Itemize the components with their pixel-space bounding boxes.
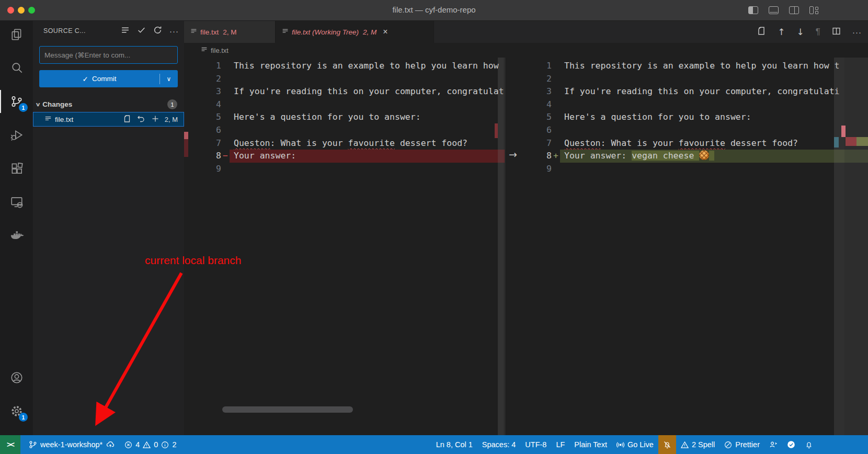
close-tab-icon[interactable]: × bbox=[383, 27, 387, 37]
toggle-secondary-sidebar-icon[interactable] bbox=[789, 6, 799, 14]
notifications-bell-icon[interactable] bbox=[800, 435, 818, 454]
code-line[interactable]: 7Queston: What is your favourite dessert… bbox=[505, 137, 868, 150]
diff-marker: + bbox=[552, 150, 560, 163]
docker-icon[interactable] bbox=[0, 222, 33, 249]
changes-section-header[interactable]: ∨ Changes 1 bbox=[33, 97, 184, 111]
warning-icon bbox=[681, 441, 689, 449]
more-actions-icon[interactable]: ··· bbox=[169, 27, 179, 36]
left-scrollbar[interactable] bbox=[498, 58, 504, 435]
settings-gear-icon[interactable]: 1 bbox=[0, 398, 33, 425]
line-number: 9 bbox=[505, 163, 552, 176]
feedback-icon[interactable] bbox=[764, 435, 782, 454]
bell-slash-icon bbox=[663, 440, 671, 449]
code-line[interactable]: 8+Your answer: vegan cheese bbox=[505, 150, 868, 163]
diff-marker: − bbox=[221, 150, 230, 163]
code-line[interactable]: 6 bbox=[505, 124, 868, 137]
remote-indicator[interactable]: >< bbox=[0, 435, 20, 454]
line-number: 2 bbox=[505, 73, 552, 86]
tab-file-txt[interactable]: file.txt 2, M bbox=[184, 21, 276, 43]
line-number: 7 bbox=[505, 137, 552, 150]
whitespace-toggle-icon[interactable]: ¶ bbox=[816, 27, 820, 37]
toggle-sidebar-icon[interactable] bbox=[748, 6, 758, 14]
prettier-item[interactable]: Prettier bbox=[719, 435, 764, 454]
indentation-item[interactable]: Spaces: 4 bbox=[477, 435, 521, 454]
commit-check-icon[interactable] bbox=[137, 26, 146, 36]
branch-status-item[interactable]: week-1-workshop* bbox=[20, 435, 120, 454]
diff-marker bbox=[221, 85, 230, 98]
right-scrollbar[interactable] bbox=[834, 58, 844, 435]
sidebar-title: SOURCE C... bbox=[43, 27, 86, 35]
code-line[interactable]: 9 bbox=[505, 163, 868, 176]
discard-changes-icon[interactable] bbox=[137, 115, 145, 124]
code-line[interactable]: 7Queston: What is your favourite dessert… bbox=[184, 137, 505, 150]
revert-change-arrow-icon[interactable]: → bbox=[509, 149, 517, 160]
source-control-badge: 1 bbox=[19, 103, 28, 112]
split-editor-icon[interactable] bbox=[832, 27, 841, 38]
code-line[interactable]: 1This repository is an example to help y… bbox=[505, 60, 868, 73]
compare-file-icon[interactable] bbox=[757, 26, 766, 38]
go-live-item[interactable]: Go Live bbox=[612, 435, 658, 454]
commit-dropdown-chevron[interactable]: ∨ bbox=[160, 75, 178, 83]
stage-changes-icon[interactable] bbox=[151, 115, 159, 124]
more-actions-icon[interactable]: ··· bbox=[852, 28, 862, 37]
encoding-item[interactable]: UTF-8 bbox=[520, 435, 551, 454]
code-line[interactable]: 2 bbox=[184, 73, 505, 86]
open-file-icon[interactable] bbox=[123, 115, 131, 124]
diff-marker bbox=[221, 73, 230, 86]
changed-file-row[interactable]: file.txt 2, M bbox=[33, 112, 184, 127]
refresh-icon[interactable] bbox=[153, 26, 162, 36]
changes-count-badge: 1 bbox=[167, 99, 177, 109]
diff-original-pane[interactable]: 1This repository is an example to help y… bbox=[184, 58, 505, 435]
horizontal-scrollbar[interactable] bbox=[222, 406, 353, 413]
code-line[interactable]: 6 bbox=[184, 124, 505, 137]
tab-file-txt-working-tree[interactable]: file.txt (Working Tree) 2, M × bbox=[276, 21, 434, 43]
extensions-icon[interactable] bbox=[0, 155, 33, 182]
code-line[interactable]: 5Here's a question for you to answer: bbox=[505, 111, 868, 124]
code-line[interactable]: 4 bbox=[505, 98, 868, 111]
previous-change-icon[interactable]: ↑ bbox=[778, 27, 785, 37]
eol-item[interactable]: LF bbox=[551, 435, 569, 454]
code-line[interactable]: 4 bbox=[184, 98, 505, 111]
commit-button[interactable]: ✓ Commit ∨ bbox=[39, 70, 178, 87]
window-title: file.txt — cyf-demo-repo bbox=[0, 5, 868, 14]
next-change-icon[interactable]: ↓ bbox=[797, 27, 804, 37]
search-icon[interactable] bbox=[0, 54, 33, 82]
diff-marker bbox=[221, 137, 230, 150]
diff-marker bbox=[552, 111, 560, 124]
diff-marker bbox=[221, 111, 230, 124]
toggle-panel-icon[interactable] bbox=[769, 6, 779, 14]
code-line[interactable]: 8−Your answer: bbox=[184, 150, 505, 163]
code-line[interactable]: 2 bbox=[505, 73, 868, 86]
explorer-icon[interactable] bbox=[0, 21, 33, 48]
code-line[interactable]: 9 bbox=[184, 163, 505, 176]
error-icon bbox=[124, 441, 132, 449]
file-icon bbox=[201, 46, 208, 54]
ruler-change-mark bbox=[841, 126, 846, 137]
changed-file-name: file.txt bbox=[55, 116, 73, 123]
pie-emoji bbox=[699, 150, 709, 160]
spell-checker-item[interactable]: 2 Spell bbox=[676, 435, 719, 454]
line-number: 5 bbox=[184, 111, 221, 124]
cursor-position-item[interactable]: Ln 8, Col 1 bbox=[431, 435, 477, 454]
check-circle-icon[interactable] bbox=[782, 435, 800, 454]
problems-status-item[interactable]: 4 0 2 bbox=[120, 435, 181, 454]
code-line[interactable]: 5Here's a question for you to answer: bbox=[184, 111, 505, 124]
language-mode-item[interactable]: Plain Text bbox=[569, 435, 612, 454]
breadcrumb[interactable]: file.txt bbox=[184, 43, 868, 58]
source-control-icon[interactable]: 1 bbox=[0, 88, 33, 115]
customize-layout-icon[interactable] bbox=[809, 6, 818, 14]
code-line[interactable]: 3If you're reading this on your computer… bbox=[184, 85, 505, 98]
info-icon bbox=[161, 441, 169, 449]
diff-modified-pane[interactable]: → 1This repository is an example to help… bbox=[505, 58, 868, 435]
line-number: 8 bbox=[184, 150, 221, 163]
accounts-icon[interactable] bbox=[0, 364, 33, 391]
run-debug-icon[interactable] bbox=[0, 121, 33, 149]
notifications-muted-item[interactable] bbox=[658, 435, 676, 454]
commit-message-input[interactable] bbox=[39, 46, 178, 64]
code-line[interactable]: 1This repository is an example to help y… bbox=[184, 60, 505, 73]
info-count: 2 bbox=[172, 440, 176, 449]
code-line[interactable]: 3If you're reading this on your computer… bbox=[505, 85, 868, 98]
file-decoration: 2, M bbox=[165, 116, 178, 123]
remote-explorer-icon[interactable] bbox=[0, 188, 33, 215]
view-mode-icon[interactable] bbox=[121, 26, 130, 36]
